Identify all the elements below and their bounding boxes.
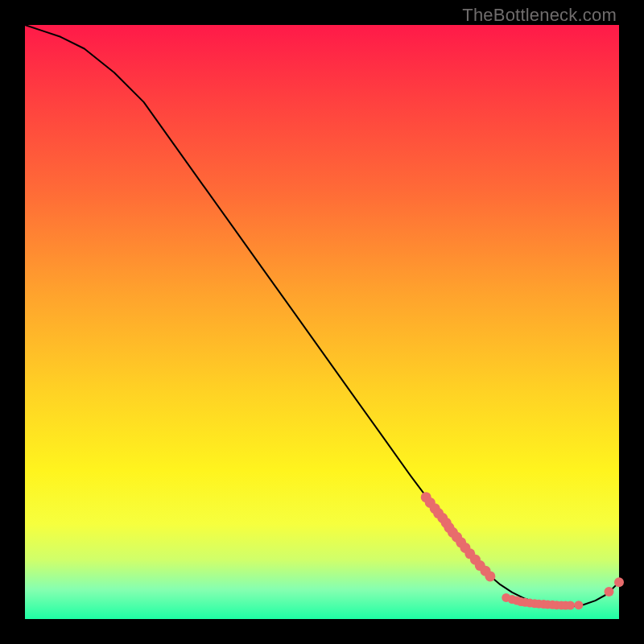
chart-stage: TheBottleneck.com (0, 0, 644, 644)
data-point (614, 577, 624, 587)
bottleneck-curve (25, 25, 619, 607)
watermark-text: TheBottleneck.com (462, 5, 617, 26)
data-point (485, 571, 495, 581)
data-points-group (421, 492, 624, 609)
data-point (574, 601, 583, 609)
data-point (605, 587, 614, 597)
data-point (566, 601, 575, 610)
chart-svg (25, 25, 619, 619)
